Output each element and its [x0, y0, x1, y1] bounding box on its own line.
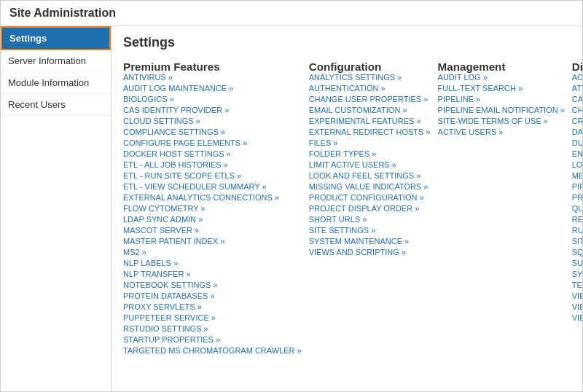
- main-content: Settings Premium FeaturesANTIVIRUS »AUDI…: [111, 26, 582, 391]
- settings-link[interactable]: AUDIT LOG »: [438, 73, 565, 82]
- settings-link[interactable]: ENVIRONMENT VARIABLES »: [572, 149, 582, 158]
- settings-link[interactable]: FULL-TEXT SEARCH »: [438, 84, 565, 93]
- settings-link[interactable]: ACTIVE USERS »: [438, 128, 565, 136]
- settings-link[interactable]: DATA SOURCES »: [572, 128, 582, 136]
- settings-link[interactable]: NLP LABELS »: [123, 259, 302, 267]
- settings-link[interactable]: MASTER PATIENT INDEX »: [123, 237, 302, 246]
- page-body: SettingsServer InformationModule Informa…: [1, 26, 582, 391]
- settings-link[interactable]: RSTUDIO SETTINGS »: [123, 324, 302, 333]
- settings-link[interactable]: SITE-WIDE TERMS OF USE »: [438, 117, 565, 125]
- settings-link[interactable]: EXTERNAL ANALYTICS CONNECTIONS »: [123, 193, 302, 202]
- settings-link[interactable]: SYSTEM PROPERTIES »: [572, 270, 582, 278]
- settings-link[interactable]: NLP TRANSFER »: [123, 270, 302, 278]
- settings-link[interactable]: AUDIT LOG MAINTENANCE »: [123, 84, 302, 93]
- settings-link[interactable]: PRODUCT CONFIGURATION »: [309, 193, 431, 202]
- settings-link[interactable]: PIPELINE EMAIL NOTIFICATION »: [438, 106, 565, 114]
- settings-link[interactable]: VIEW ALL SITE ERRORS »: [572, 291, 582, 300]
- settings-link[interactable]: SUSPICIOUS ACTIVITY »: [572, 259, 582, 267]
- settings-link[interactable]: SITE SETTINGS »: [309, 226, 431, 235]
- column-heading-diagnostics: Diagnostics: [572, 60, 582, 73]
- settings-link[interactable]: FOLDER TYPES »: [309, 149, 431, 158]
- settings-link[interactable]: SHORT URLS »: [309, 215, 431, 224]
- page-title: Site Administration: [9, 7, 574, 20]
- settings-link[interactable]: CREDITS »: [572, 117, 582, 125]
- sidebar-item-module-information[interactable]: Module Information: [1, 72, 111, 94]
- settings-grid: Premium FeaturesANTIVIRUS »AUDIT LOG MAI…: [123, 60, 571, 357]
- settings-link[interactable]: NOTEBOOK SETTINGS »: [123, 281, 302, 289]
- page-header: Site Administration: [1, 1, 582, 26]
- settings-link[interactable]: PIPELINES AND TASKS »: [572, 182, 582, 191]
- main-title: Settings: [123, 35, 571, 50]
- settings-link[interactable]: PROFILER »: [572, 193, 582, 202]
- settings-link[interactable]: STARTUP PROPERTIES »: [123, 335, 302, 344]
- column-heading-configuration: Configuration: [309, 60, 431, 73]
- settings-link[interactable]: CONFIGURE PAGE ELEMENTS »: [123, 138, 302, 147]
- settings-link[interactable]: PROXY SERVLETS »: [123, 302, 302, 311]
- settings-link[interactable]: ETL - RUN SITE SCOPE ETLS »: [123, 171, 302, 180]
- page-wrapper: Site Administration SettingsServer Infor…: [0, 0, 583, 392]
- settings-link[interactable]: CHANGE USER PROPERTIES »: [309, 95, 431, 103]
- settings-link[interactable]: BIOLOGICS »: [123, 95, 302, 103]
- settings-link[interactable]: DOCKER HOST SETTINGS »: [123, 149, 302, 158]
- settings-link[interactable]: MASCOT SERVER »: [123, 226, 302, 235]
- settings-link[interactable]: ATTACHMENTS »: [572, 84, 582, 93]
- settings-link[interactable]: LIMIT ACTIVE USERS »: [309, 160, 431, 169]
- settings-link[interactable]: ETL - VIEW SCHEDULER SUMMARY »: [123, 182, 302, 191]
- settings-link[interactable]: LOOK AND FEEL SETTINGS »: [309, 171, 431, 180]
- settings-link[interactable]: COMPLIANCE SETTINGS »: [123, 128, 302, 136]
- settings-link[interactable]: SQL SCRIPTS »: [572, 248, 582, 256]
- settings-link[interactable]: FLOW CYTOMETRY »: [123, 204, 302, 213]
- settings-link[interactable]: ACTIONS »: [572, 73, 582, 82]
- sidebar-item-settings[interactable]: Settings: [1, 26, 111, 50]
- settings-link[interactable]: RUNNING THREADS »: [572, 226, 582, 235]
- settings-link[interactable]: PROJECT DISPLAY ORDER »: [309, 204, 431, 213]
- column-management: ManagementAUDIT LOG »FULL-TEXT SEARCH »P…: [438, 60, 565, 357]
- settings-link[interactable]: SYSTEM MAINTENANCE »: [309, 237, 431, 246]
- column-diagnostics: DiagnosticsACTIONS »ATTACHMENTS »CACHES …: [572, 60, 582, 357]
- settings-link[interactable]: QUERIES »: [572, 204, 582, 213]
- sidebar-item-server-information[interactable]: Server Information: [1, 50, 111, 72]
- sidebar-item-recent-users[interactable]: Recent Users: [1, 94, 111, 116]
- settings-link[interactable]: RESET SITE ERRORS »: [572, 215, 582, 224]
- column-heading-management: Management: [438, 60, 565, 73]
- settings-link[interactable]: EMAIL CUSTOMIZATION »: [309, 106, 431, 114]
- settings-link[interactable]: DUMP HEAP »: [572, 138, 582, 147]
- settings-link[interactable]: MS2 »: [123, 248, 302, 256]
- settings-link[interactable]: TARGETED MS CHROMATOGRAM CRAWLER »: [123, 346, 302, 355]
- settings-link[interactable]: EXPERIMENTAL FEATURES »: [309, 117, 431, 125]
- column-configuration: ConfigurationANALYTICS SETTINGS »AUTHENT…: [309, 60, 431, 357]
- settings-link[interactable]: FILES »: [309, 138, 431, 147]
- settings-link[interactable]: PROTEIN DATABASES »: [123, 291, 302, 300]
- column-heading-premium-features: Premium Features: [123, 60, 302, 73]
- settings-link[interactable]: CHECK DATABASE »: [572, 106, 582, 114]
- settings-link[interactable]: EXTERNAL REDIRECT HOSTS »: [309, 128, 431, 136]
- settings-link[interactable]: VIEWS AND SCRIPTING »: [309, 248, 431, 256]
- sidebar: SettingsServer InformationModule Informa…: [1, 26, 111, 391]
- settings-link[interactable]: ANTIVIRUS »: [123, 73, 302, 82]
- settings-link[interactable]: PIPELINE »: [438, 95, 565, 103]
- settings-link[interactable]: TEST EMAIL CONFIGURATION »: [572, 281, 582, 289]
- settings-link[interactable]: LDAP SYNC ADMIN »: [123, 215, 302, 224]
- settings-link[interactable]: MISSING VALUE INDICATORS »: [309, 182, 431, 191]
- settings-link[interactable]: ANALYTICS SETTINGS »: [309, 73, 431, 82]
- settings-link[interactable]: CACHES »: [572, 95, 582, 103]
- settings-link[interactable]: CAS IDENTITY PROVIDER »: [123, 106, 302, 114]
- settings-link[interactable]: VIEW ALL SITE ERRORS SINCE RESET »: [572, 302, 582, 311]
- settings-link[interactable]: PUPPETEER SERVICE »: [123, 313, 302, 322]
- settings-link[interactable]: SITE VALIDATION »: [572, 237, 582, 246]
- settings-link[interactable]: LOGGERS »: [572, 160, 582, 169]
- settings-link[interactable]: ETL - ALL JOB HISTORIES »: [123, 160, 302, 169]
- settings-link[interactable]: CLOUD SETTINGS »: [123, 117, 302, 125]
- settings-link[interactable]: MEMORY USAGE »: [572, 171, 582, 180]
- settings-link[interactable]: AUTHENTICATION »: [309, 84, 431, 93]
- settings-link[interactable]: VIEW PRIMARY SITE LOG FILE »: [572, 313, 582, 322]
- column-premium-features: Premium FeaturesANTIVIRUS »AUDIT LOG MAI…: [123, 60, 302, 357]
